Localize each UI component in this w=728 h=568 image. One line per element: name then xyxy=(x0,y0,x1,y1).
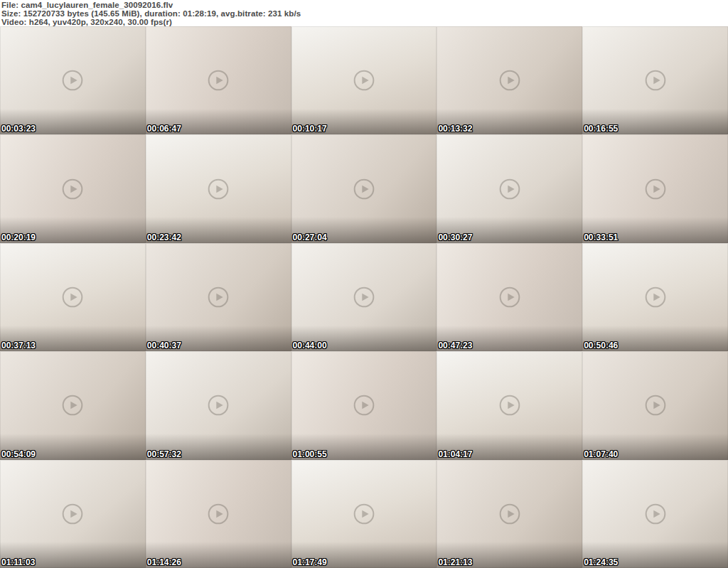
thumbnail-cell: 00:40:37 xyxy=(146,243,291,351)
timestamp-label: 00:44:00 xyxy=(293,341,327,350)
video-frame-placeholder-icon xyxy=(61,286,84,309)
timestamp-label: 00:27:04 xyxy=(293,233,327,242)
video-frame-placeholder-icon xyxy=(498,503,521,525)
video-frame-placeholder-icon xyxy=(498,69,521,92)
timestamp-label: 00:16:55 xyxy=(584,124,618,134)
thumbnail-cell: 00:33:51 xyxy=(582,134,728,242)
file-name-line: File: cam4_lucylauren_female_30092016.fl… xyxy=(1,1,727,9)
thumbnail-cell: 00:03:23 xyxy=(0,26,146,134)
video-frame-placeholder-icon xyxy=(61,178,84,200)
timestamp-label: 00:50:46 xyxy=(584,341,618,350)
video-frame-placeholder-icon xyxy=(353,394,375,417)
file-info-header: File: cam4_lucylauren_female_30092016.fl… xyxy=(0,0,728,26)
thumbnail-cell: 00:50:46 xyxy=(582,243,728,351)
video-frame-placeholder-icon xyxy=(207,503,230,525)
timestamp-label: 00:13:32 xyxy=(438,124,472,134)
timestamp-label: 01:04:17 xyxy=(438,450,472,459)
timestamp-label: 01:24:35 xyxy=(584,558,618,567)
file-size-line: Size: 152720733 bytes (145.65 MiB), dura… xyxy=(1,9,727,18)
video-frame-placeholder-icon xyxy=(498,178,521,200)
thumbnail-cell: 00:10:17 xyxy=(291,26,437,134)
thumbnail-cell: 00:20:19 xyxy=(0,134,146,242)
video-frame-placeholder-icon xyxy=(644,503,667,525)
video-frame-placeholder-icon xyxy=(644,178,667,200)
timestamp-label: 00:54:09 xyxy=(1,450,36,459)
video-contact-sheet: File: cam4_lucylauren_female_30092016.fl… xyxy=(0,0,728,568)
video-frame-placeholder-icon xyxy=(207,69,230,92)
timestamp-label: 00:03:23 xyxy=(1,124,36,134)
thumbnail-cell: 01:00:55 xyxy=(291,351,437,459)
timestamp-label: 01:11:03 xyxy=(1,558,35,567)
video-frame-placeholder-icon xyxy=(353,286,375,309)
timestamp-label: 00:37:13 xyxy=(1,341,36,350)
video-frame-placeholder-icon xyxy=(353,69,375,92)
timestamp-label: 00:47:23 xyxy=(438,341,472,350)
thumbnail-cell: 01:11:03 xyxy=(0,460,146,568)
thumbnail-cell: 00:47:23 xyxy=(437,243,582,351)
video-frame-placeholder-icon xyxy=(353,178,375,200)
thumbnail-cell: 01:14:26 xyxy=(146,460,291,568)
video-frame-placeholder-icon xyxy=(61,394,84,417)
video-frame-placeholder-icon xyxy=(644,286,667,309)
thumbnail-cell: 00:16:55 xyxy=(582,26,728,134)
thumbnail-cell: 00:57:32 xyxy=(146,351,291,459)
timestamp-label: 00:57:32 xyxy=(147,450,181,459)
timestamp-label: 01:00:55 xyxy=(293,450,327,459)
video-frame-placeholder-icon xyxy=(207,178,230,200)
thumbnail-cell: 00:13:32 xyxy=(437,26,582,134)
thumbnail-cell: 00:06:47 xyxy=(146,26,291,134)
thumbnail-grid: 00:03:23 00:06:47 00:10:17 00:13:32 00:1… xyxy=(0,26,728,568)
thumbnail-cell: 00:37:13 xyxy=(0,243,146,351)
timestamp-label: 01:21:13 xyxy=(438,558,472,567)
thumbnail-cell: 00:23:42 xyxy=(146,134,291,242)
timestamp-label: 01:14:26 xyxy=(147,558,181,567)
thumbnail-cell: 00:27:04 xyxy=(291,134,437,242)
thumbnail-cell: 01:07:40 xyxy=(582,351,728,459)
thumbnail-cell: 01:24:35 xyxy=(582,460,728,568)
video-frame-placeholder-icon xyxy=(207,286,230,309)
video-frame-placeholder-icon xyxy=(644,394,667,417)
timestamp-label: 00:23:42 xyxy=(147,233,181,242)
thumbnail-cell: 00:44:00 xyxy=(291,243,437,351)
video-frame-placeholder-icon xyxy=(353,503,375,525)
timestamp-label: 01:17:49 xyxy=(293,558,327,567)
thumbnail-cell: 01:21:13 xyxy=(437,460,582,568)
video-codec-line: Video: h264, yuv420p, 320x240, 30.00 fps… xyxy=(1,18,727,26)
video-frame-placeholder-icon xyxy=(498,394,521,417)
video-frame-placeholder-icon xyxy=(207,394,230,417)
thumbnail-cell: 01:04:17 xyxy=(437,351,582,459)
timestamp-label: 00:10:17 xyxy=(293,124,327,134)
video-frame-placeholder-icon xyxy=(61,69,84,92)
video-frame-placeholder-icon xyxy=(644,69,667,92)
timestamp-label: 00:33:51 xyxy=(584,233,618,242)
timestamp-label: 00:06:47 xyxy=(147,124,181,134)
video-frame-placeholder-icon xyxy=(61,503,84,525)
thumbnail-cell: 00:30:27 xyxy=(437,134,582,242)
thumbnail-cell: 00:54:09 xyxy=(0,351,146,459)
timestamp-label: 00:40:37 xyxy=(147,341,181,350)
thumbnail-cell: 01:17:49 xyxy=(291,460,437,568)
timestamp-label: 01:07:40 xyxy=(584,450,618,459)
timestamp-label: 00:20:19 xyxy=(1,233,36,242)
timestamp-label: 00:30:27 xyxy=(438,233,472,242)
video-frame-placeholder-icon xyxy=(498,286,521,309)
